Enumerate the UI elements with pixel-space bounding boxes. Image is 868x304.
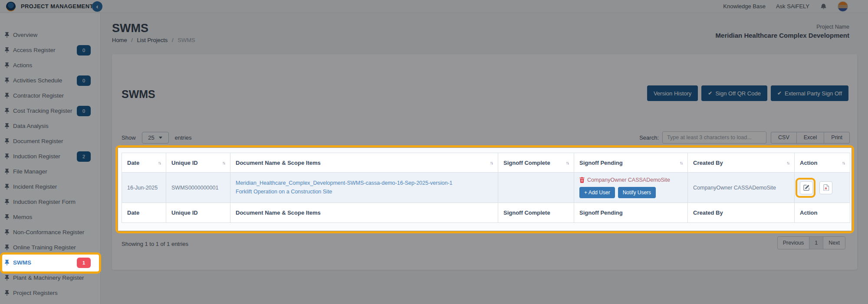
export-csv-button[interactable]: CSV	[771, 132, 796, 143]
column-header-signoff-pending[interactable]: Signoff Pending↑↓	[574, 153, 688, 173]
cell-signoff-complete	[498, 173, 574, 203]
pin-icon	[5, 169, 9, 174]
sidebar-item-project-registers[interactable]: Project Registers	[0, 285, 100, 301]
breadcrumb-home[interactable]: Home	[112, 37, 127, 43]
sort-icon[interactable]: ↑↓	[680, 160, 682, 165]
button-label: Sign Off QR Code	[715, 90, 761, 97]
column-header-unique-id[interactable]: Unique ID↑↓	[166, 153, 230, 173]
cell-created-by: CompanyOwner CASSADemoSite	[688, 173, 795, 203]
sidebar-item-document-register[interactable]: Document Register	[0, 134, 100, 149]
pagination-page-1[interactable]: 1	[809, 237, 823, 249]
cell-unique-id: SWMS0000000001	[166, 173, 230, 203]
pin-icon	[5, 154, 9, 159]
breadcrumb-current: SWMS	[178, 37, 195, 43]
user-avatar[interactable]	[838, 1, 848, 12]
pin-icon	[5, 260, 9, 265]
column-header-action[interactable]: Action↑↓	[795, 153, 850, 173]
column-header-document-name-scope-items[interactable]: Document Name & Scope Items↑↓	[230, 153, 498, 173]
pin-icon	[5, 229, 9, 235]
pin-icon	[5, 93, 9, 98]
sidebar-item-data-analysis[interactable]: Data Analysis	[0, 118, 100, 134]
knowledge-base-link[interactable]: Knowledge Base	[723, 3, 766, 10]
pin-icon	[5, 62, 9, 68]
sidebar-item-actions[interactable]: Actions	[0, 58, 100, 73]
sidebar-item-activities-schedule[interactable]: Activities Schedule0	[0, 73, 100, 88]
column-header-date[interactable]: Date↑↓	[122, 153, 166, 173]
showing-entries-text: Showing 1 to 1 of 1 entries	[122, 241, 188, 247]
sort-icon[interactable]: ↑↓	[222, 160, 225, 165]
app-title: PROJECT MANAGEMENT	[21, 3, 93, 10]
pin-icon	[5, 199, 9, 205]
table-controls-row: Show 25 entries Search: CSV Excel Print	[122, 131, 850, 144]
notify-users-button[interactable]: Notify Users	[618, 187, 656, 198]
project-name-label: Project Name	[716, 24, 849, 30]
ask-saifely-link[interactable]: Ask SAiFELY	[776, 3, 809, 10]
breadcrumb-list-projects[interactable]: List Projects	[137, 37, 168, 43]
sidebar-item-overview[interactable]: Overview	[0, 27, 100, 42]
pin-icon	[5, 78, 9, 83]
sidebar-item-non-conformance-register[interactable]: Non-Conformance Register	[0, 225, 100, 240]
sidebar-item-cost-tracking-register[interactable]: Cost Tracking Register0	[0, 103, 100, 118]
swms-table: Date↑↓Unique ID↑↓Document Name & Scope I…	[122, 153, 850, 223]
pagination-previous[interactable]: Previous	[778, 237, 809, 249]
check-icon: ✔	[777, 90, 782, 96]
footer-column-header-action: Action	[795, 203, 850, 223]
sidebar-badge: 0	[77, 45, 91, 56]
export-excel-button[interactable]: Excel	[796, 132, 824, 143]
column-header-signoff-complete[interactable]: Signoff Complete↑↓	[498, 153, 574, 173]
sort-icon[interactable]: ↑↓	[158, 160, 161, 165]
sort-icon[interactable]: ↑↓	[490, 160, 493, 165]
sidebar-item-label: File Manager	[13, 168, 47, 175]
sidebar-item-swms[interactable]: SWMS1	[0, 255, 100, 270]
footer-column-header-created-by: Created By	[688, 203, 795, 223]
sidebar-menu: OverviewAccess Register0ActionsActivitie…	[0, 27, 100, 301]
edit-button[interactable]	[800, 181, 813, 194]
pagination-next[interactable]: Next	[823, 237, 845, 249]
sidebar-item-label: Activities Schedule	[13, 77, 62, 84]
cell-action	[795, 173, 850, 203]
cell-document-name: Meridian_Healthcare_Complex_Development-…	[230, 173, 498, 203]
sidebar-item-plant-machinery-register[interactable]: Plant & Machinery Register	[0, 270, 100, 285]
sort-icon[interactable]: ↑↓	[786, 160, 789, 165]
pagination: Previous 1 Next	[777, 236, 845, 249]
search-input[interactable]	[662, 131, 766, 144]
cell-signoff-pending: CompanyOwner CASSADemoSite + Add User No…	[574, 173, 688, 203]
pdf-download-button[interactable]	[819, 181, 832, 194]
table-row: 16-Jun-2025 SWMS0000000001 Meridian_Heal…	[122, 173, 850, 203]
button-label: Version History	[654, 90, 691, 97]
entries-per-page-select[interactable]: 25	[142, 132, 169, 144]
breadcrumb: Home / List Projects / SWMS	[112, 37, 195, 43]
entries-label: entries	[175, 134, 192, 141]
trash-icon[interactable]	[579, 177, 585, 183]
sidebar-collapse-button[interactable]: ‹	[92, 1, 102, 12]
pin-icon	[5, 47, 9, 53]
column-label: Signoff Pending	[579, 160, 623, 166]
sort-icon[interactable]: ↑↓	[842, 160, 845, 165]
button-label: External Party Sign Off	[785, 90, 842, 97]
document-scope-link[interactable]: Forklift Operation on a Construction Sit…	[236, 188, 493, 196]
sidebar-item-incident-register[interactable]: Incident Register	[0, 179, 100, 194]
add-user-button[interactable]: + Add User	[579, 187, 615, 198]
pin-icon	[5, 214, 9, 220]
search-label: Search:	[639, 134, 659, 141]
column-header-created-by[interactable]: Created By↑↓	[688, 153, 795, 173]
sidebar-item-file-manager[interactable]: File Manager	[0, 164, 100, 179]
sidebar-item-online-training-register[interactable]: Online Training Register	[0, 240, 100, 255]
external-party-sign-off-button[interactable]: ✔ External Party Sign Off	[771, 85, 848, 101]
export-print-button[interactable]: Print	[824, 132, 849, 143]
sign-off-qr-code-button[interactable]: ✔ Sign Off QR Code	[701, 85, 767, 101]
sidebar-item-memos[interactable]: Memos	[0, 209, 100, 225]
pin-icon	[5, 245, 9, 250]
card-heading: SWMS	[122, 88, 155, 101]
sort-icon[interactable]: ↑↓	[566, 160, 569, 165]
project-block: Project Name Meridian Healthcare Complex…	[716, 24, 849, 39]
sidebar-item-access-register[interactable]: Access Register0	[0, 42, 100, 58]
sidebar: OverviewAccess Register0ActionsActivitie…	[0, 13, 101, 304]
sidebar-item-induction-register-form[interactable]: Induction Register Form	[0, 194, 100, 209]
breadcrumb-separator: /	[131, 37, 133, 43]
document-name-link[interactable]: Meridian_Healthcare_Complex_Development-…	[236, 179, 493, 187]
version-history-button[interactable]: Version History	[647, 85, 698, 101]
notifications-bell-icon[interactable]	[820, 3, 827, 10]
sidebar-item-contractor-register[interactable]: Contractor Register	[0, 88, 100, 103]
sidebar-item-induction-register[interactable]: Induction Register2	[0, 149, 100, 164]
